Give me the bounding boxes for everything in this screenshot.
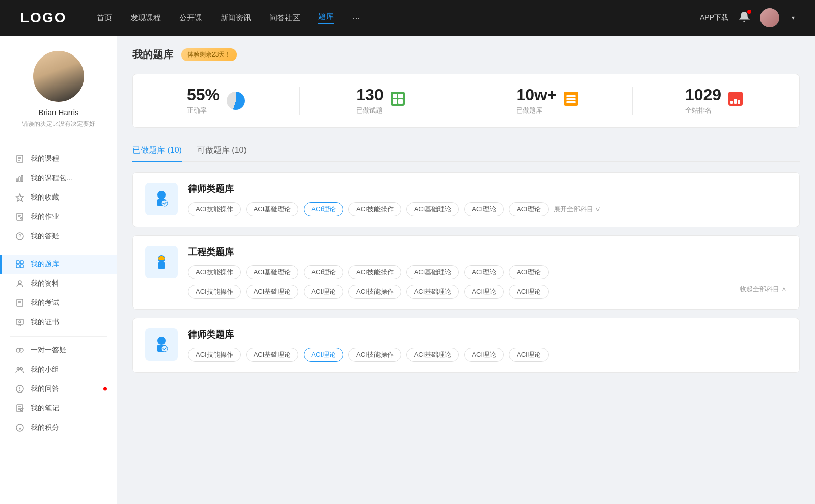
qbank-1-r2-tag-1[interactable]: ACI基础理论 — [246, 285, 299, 299]
qbank-0-tag-3[interactable]: ACI技能操作 — [348, 202, 401, 216]
stat-accuracy-text: 55% 正确率 — [187, 87, 220, 115]
qbank-card-1-tags-row2: ACI技能操作 ACI基础理论 ACI理论 ACI技能操作 ACI基础理论 AC… — [188, 285, 787, 299]
sidebar-item-my-data[interactable]: 我的资料 — [0, 274, 117, 293]
tab-done-banks[interactable]: 已做题库 (10) — [132, 140, 182, 162]
qbank-2-tag-5[interactable]: ACI理论 — [464, 348, 504, 362]
qbank-1-r2-tag-2[interactable]: ACI理论 — [304, 285, 343, 299]
stat-ranking: 1029 全站排名 — [633, 87, 799, 115]
accuracy-pie-icon — [227, 92, 245, 110]
sidebar-item-homework-label: 我的作业 — [31, 212, 59, 221]
user-chevron[interactable]: ▾ — [792, 14, 795, 21]
nav-open-course[interactable]: 公开课 — [179, 13, 202, 23]
qbank-card-2-info: 律师类题库 ACI技能操作 ACI基础理论 ACI理论 ACI技能操作 ACI基… — [188, 328, 787, 362]
qbank-0-tag-1[interactable]: ACI基础理论 — [246, 202, 299, 216]
nav-qa[interactable]: 问答社区 — [269, 13, 300, 23]
sidebar-item-my-exam[interactable]: 我的考试 — [0, 293, 117, 313]
done-questions-icon — [391, 92, 409, 110]
profile-name: Brian Harris — [38, 108, 78, 117]
doc-icon — [15, 154, 24, 163]
qbank-2-tag-3[interactable]: ACI技能操作 — [348, 348, 401, 362]
sidebar-item-my-questions-label: 我的问答 — [31, 384, 59, 394]
qbank-card-0-info: 律师类题库 ACI技能操作 ACI基础理论 ACI理论 ACI技能操作 ACI基… — [188, 183, 787, 216]
sidebar-item-certificate-label: 我的证书 — [31, 318, 59, 327]
qbank-0-tag-5[interactable]: ACI理论 — [464, 202, 504, 216]
person2-icon — [15, 279, 24, 288]
qbank-2-tag-6[interactable]: ACI理论 — [509, 348, 549, 362]
qbank-1-tag-1[interactable]: ACI基础理论 — [246, 265, 299, 279]
svg-text:?: ? — [18, 234, 21, 239]
tab-available-banks[interactable]: 可做题库 (10) — [197, 140, 247, 162]
svg-rect-21 — [16, 319, 23, 324]
qbank-0-expand[interactable]: 展开全部科目 ∨ — [554, 205, 601, 214]
qbank-card-0: 律师类题库 ACI技能操作 ACI基础理论 ACI理论 ACI技能操作 ACI基… — [132, 172, 800, 227]
qbank-2-tag-2[interactable]: ACI理论 — [304, 348, 343, 362]
sidebar-item-my-questions[interactable]: 我的问答 — [0, 379, 117, 399]
nav-questionbank[interactable]: 题库 — [318, 12, 334, 24]
qbank-1-r2-tag-4[interactable]: ACI基础理论 — [406, 285, 459, 299]
trial-badge: 体验剩余23天！ — [181, 48, 237, 61]
qbank-card-0-icon — [145, 183, 178, 215]
qbank-card-1-title: 工程类题库 — [188, 246, 787, 258]
logo: LOGO — [20, 10, 66, 26]
sidebar-item-one-on-one[interactable]: 一对一答疑 — [0, 341, 117, 360]
nav-discover[interactable]: 发现课程 — [130, 13, 161, 23]
qbank-1-tag-0[interactable]: ACI技能操作 — [188, 265, 241, 279]
qbank-2-tag-0[interactable]: ACI技能操作 — [188, 348, 241, 362]
sidebar-item-my-points-label: 我的积分 — [31, 423, 59, 432]
stat-accuracy-number: 55% — [187, 87, 220, 103]
sidebar-item-homework[interactable]: 我的作业 — [0, 207, 117, 227]
engineer-icon — [151, 252, 172, 272]
svg-rect-5 — [19, 177, 20, 182]
qbank-1-tag-2[interactable]: ACI理论 — [304, 265, 343, 279]
qbank-1-tag-6[interactable]: ACI理论 — [509, 265, 549, 279]
qbank-1-tag-4[interactable]: ACI基础理论 — [406, 265, 459, 279]
qbank-2-tag-4[interactable]: ACI基础理论 — [406, 348, 459, 362]
nav-home[interactable]: 首页 — [97, 13, 112, 23]
sidebar-item-certificate[interactable]: 我的证书 — [0, 313, 117, 332]
qbank-card-2-header: 律师类题库 ACI技能操作 ACI基础理论 ACI理论 ACI技能操作 ACI基… — [145, 328, 787, 362]
svg-point-36 — [157, 191, 166, 199]
score-icon: ★ — [15, 423, 24, 432]
user-avatar[interactable] — [760, 8, 779, 27]
qbank-0-tag-4[interactable]: ACI基础理论 — [406, 202, 459, 216]
chat-icon — [15, 346, 24, 355]
qbank-1-tag-3[interactable]: ACI技能操作 — [348, 265, 401, 279]
qbank-card-1-icon — [145, 246, 178, 278]
nav-news[interactable]: 新闻资讯 — [221, 13, 251, 23]
qbank-1-collapse[interactable]: 收起全部科目 ∧ — [740, 285, 787, 299]
qbank-card-2-tags: ACI技能操作 ACI基础理论 ACI理论 ACI技能操作 ACI基础理论 AC… — [188, 348, 787, 362]
qbank-0-tag-2[interactable]: ACI理论 — [304, 202, 343, 216]
group-icon — [15, 365, 24, 374]
sidebar-item-my-courses[interactable]: 我的课程 — [0, 149, 117, 169]
sidebar-item-question-bank-label: 我的题库 — [31, 260, 59, 269]
sidebar-item-my-notes[interactable]: 我的笔记 — [0, 399, 117, 418]
qbank-0-tag-0[interactable]: ACI技能操作 — [188, 202, 241, 216]
sidebar-item-my-points[interactable]: ★ 我的积分 — [0, 418, 117, 437]
sidebar-item-question-bank[interactable]: 我的题库 — [0, 255, 117, 274]
nav-more[interactable]: ··· — [352, 13, 360, 23]
qbank-1-tag-5[interactable]: ACI理论 — [464, 265, 504, 279]
qbank-2-tag-1[interactable]: ACI基础理论 — [246, 348, 299, 362]
lawyer-icon — [151, 189, 172, 209]
grid2-icon — [15, 260, 24, 269]
notification-badge — [747, 10, 751, 14]
qbank-0-tag-6[interactable]: ACI理论 — [509, 202, 549, 216]
qbank-card-0-header: 律师类题库 ACI技能操作 ACI基础理论 ACI理论 ACI技能操作 ACI基… — [145, 183, 787, 216]
main-nav: 首页 发现课程 公开课 新闻资讯 问答社区 题库 ··· — [97, 12, 700, 24]
sidebar-item-course-package[interactable]: 我的课程包... — [0, 169, 117, 188]
svg-point-43 — [157, 337, 166, 345]
svg-text:★: ★ — [18, 426, 22, 431]
app-download-button[interactable]: APP下载 — [700, 13, 728, 22]
page-wrapper: Brian Harris 错误的决定比没有决定要好 我的课程 我的课程包... — [0, 36, 815, 504]
qbank-card-1: 工程类题库 ACI技能操作 ACI基础理论 ACI理论 ACI技能操作 ACI基… — [132, 235, 800, 310]
qbank-1-r2-tag-3[interactable]: ACI技能操作 — [348, 285, 401, 299]
profile-avatar — [33, 51, 84, 102]
sidebar-item-my-qa[interactable]: ? 我的答疑 — [0, 227, 117, 246]
qbank-1-r2-tag-0[interactable]: ACI技能操作 — [188, 285, 241, 299]
svg-point-22 — [19, 321, 21, 323]
sidebar-item-my-group[interactable]: 我的小组 — [0, 360, 117, 379]
sidebar-item-favorites[interactable]: 我的收藏 — [0, 188, 117, 207]
qbank-1-r2-tag-6[interactable]: ACI理论 — [509, 285, 549, 299]
notification-bell[interactable] — [739, 11, 750, 24]
qbank-1-r2-tag-5[interactable]: ACI理论 — [464, 285, 504, 299]
